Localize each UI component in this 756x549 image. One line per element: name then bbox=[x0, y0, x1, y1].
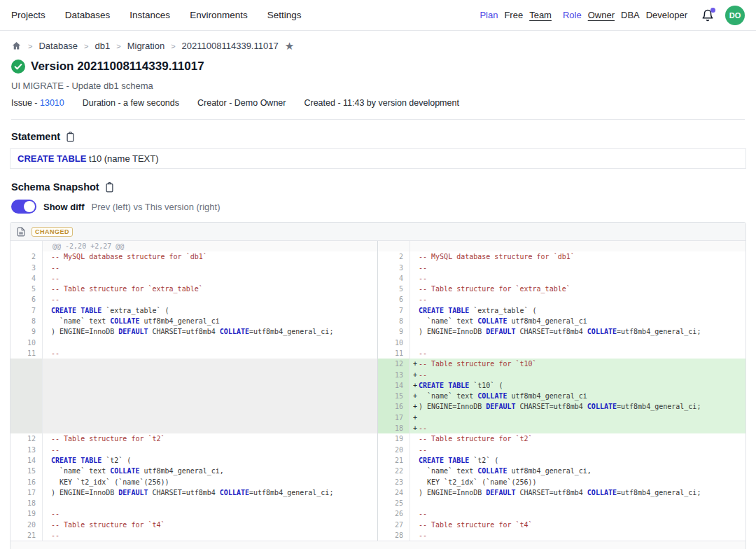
plan-team[interactable]: Team bbox=[529, 10, 552, 20]
diff-line-number bbox=[10, 391, 43, 401]
toggle-knob bbox=[24, 201, 35, 212]
diff-code-line bbox=[410, 498, 746, 508]
diff-code-line: -- Table structure for `t2` bbox=[43, 433, 378, 444]
diff-code-line: CREATE TABLE `extra_table` ( bbox=[43, 305, 378, 316]
role-developer[interactable]: Developer bbox=[646, 10, 687, 20]
diff-code-line: `name` text COLLATE utf8mb4_general_ci, bbox=[43, 466, 378, 476]
diff-code-line: -- bbox=[43, 530, 378, 541]
diff-line-number: 12 bbox=[10, 433, 43, 444]
meta-row: Issue - 13010 Duration - a few seconds C… bbox=[11, 98, 745, 108]
page-header: Version 20211008114339.11017 UI MIGRATE … bbox=[0, 60, 756, 120]
diff-line-number: 20 bbox=[378, 445, 410, 455]
star-icon[interactable]: ★ bbox=[285, 41, 294, 51]
diff-code-line bbox=[43, 380, 378, 391]
diff-code-line: -- Table structure for `t4` bbox=[410, 520, 746, 530]
diff-code-line bbox=[43, 401, 378, 412]
diff-code-line: +-- bbox=[410, 370, 746, 380]
diff-code-line: `name` text COLLATE utf8mb4_general_ci bbox=[410, 316, 746, 326]
diff-line-number: 14 bbox=[10, 455, 43, 466]
diff-code-line bbox=[43, 391, 378, 401]
diff-code-line bbox=[43, 338, 378, 348]
breadcrumb-db1[interactable]: db1 bbox=[95, 41, 111, 51]
breadcrumb-database[interactable]: Database bbox=[38, 41, 78, 51]
diff-line-number bbox=[378, 241, 410, 251]
diff-code-line: + bbox=[410, 412, 746, 423]
diff-code-line: +-- Table structure for `t10` bbox=[410, 359, 746, 369]
diff-code-line: -- MySQL database structure for `db1` bbox=[43, 251, 378, 262]
diff-code-line bbox=[43, 370, 378, 380]
diff-line-number: 21 bbox=[378, 455, 410, 466]
diff-code-line: `name` text COLLATE utf8mb4_general_ci, bbox=[410, 466, 746, 476]
diff-line-number bbox=[10, 370, 43, 380]
diff-line-number: 7 bbox=[10, 305, 43, 316]
diff-code-line: -- bbox=[43, 348, 378, 359]
diff-code-line: KEY `t2_idx` (`name`(256)) bbox=[43, 477, 378, 487]
chevron-right-icon: > bbox=[116, 42, 120, 50]
diff-line-number: 25 bbox=[378, 498, 410, 508]
file-icon bbox=[16, 227, 26, 237]
diff-line-number: 5 bbox=[10, 284, 43, 294]
show-diff-toggle[interactable] bbox=[11, 200, 36, 214]
copy-schema-button[interactable] bbox=[104, 182, 115, 193]
notifications-button[interactable] bbox=[701, 9, 714, 22]
diff-line-number: 28 bbox=[378, 530, 410, 541]
nav-settings[interactable]: Settings bbox=[267, 10, 302, 20]
diff-code-line: -- bbox=[410, 273, 746, 284]
breadcrumb-migration[interactable]: Migration bbox=[127, 41, 164, 51]
diff-code-line bbox=[43, 423, 378, 433]
diff-code-line: +-- bbox=[410, 423, 746, 433]
diff-line-number: 9 bbox=[378, 326, 410, 337]
role-switcher: Role Owner DBA Developer bbox=[563, 10, 687, 20]
diff-code-line: -- Table structure for `extra_table` bbox=[410, 284, 746, 294]
diff-line-number: 23 bbox=[378, 477, 410, 487]
diff-code-line: ) ENGINE=InnoDB DEFAULT CHARSET=utf8mb4 … bbox=[410, 487, 746, 498]
diff-code-line: CREATE TABLE `extra_table` ( bbox=[410, 305, 746, 316]
diff-code-line: ) ENGINE=InnoDB DEFAULT CHARSET=utf8mb4 … bbox=[410, 326, 746, 337]
diff-line-number: 4 bbox=[10, 273, 43, 284]
nav-projects[interactable]: Projects bbox=[11, 10, 46, 20]
diff-line-number: 27 bbox=[378, 520, 410, 530]
diff-code-line: -- Table structure for `t2` bbox=[410, 433, 746, 444]
nav-instances[interactable]: Instances bbox=[130, 10, 170, 20]
issue-link[interactable]: 13010 bbox=[40, 98, 64, 108]
diff-code-line: -- bbox=[43, 273, 378, 284]
nav-environments[interactable]: Environments bbox=[190, 10, 248, 20]
diff-line-number: 19 bbox=[10, 508, 43, 519]
diff-line-number: 17 bbox=[378, 412, 410, 423]
breadcrumb-version[interactable]: 20211008114339.11017 bbox=[182, 41, 279, 51]
nav-databases[interactable]: Databases bbox=[65, 10, 111, 20]
diff-line-number: 10 bbox=[10, 338, 43, 348]
diff-code-line: `name` text COLLATE utf8mb4_general_ci bbox=[43, 316, 378, 326]
role-owner[interactable]: Owner bbox=[588, 10, 615, 20]
diff-line-number: 5 bbox=[378, 284, 410, 294]
copy-statement-button[interactable] bbox=[65, 132, 76, 142]
breadcrumb: > Database > db1 > Migration > 202110081… bbox=[0, 31, 756, 51]
diff-code-line: -- bbox=[410, 263, 746, 273]
schema-diff-panel: CHANGED @@ -2,20 +2,27 @@2 -- MySQL data… bbox=[10, 222, 746, 549]
chevron-right-icon: > bbox=[171, 42, 175, 50]
diff-code-line: -- MySQL database structure for `db1` bbox=[410, 251, 746, 262]
success-check-icon bbox=[11, 60, 25, 74]
diff-line-number bbox=[10, 241, 43, 251]
diff-line-number: 11 bbox=[10, 348, 43, 359]
diff-line-number bbox=[10, 359, 43, 369]
diff-line-number: 12 bbox=[378, 359, 410, 369]
clipboard-icon bbox=[104, 182, 115, 193]
diff-line-number: 2 bbox=[378, 251, 410, 262]
home-icon[interactable] bbox=[11, 41, 22, 51]
statement-section-head: Statement bbox=[0, 120, 756, 142]
chevron-right-icon: > bbox=[84, 42, 88, 50]
role-dba[interactable]: DBA bbox=[621, 10, 640, 20]
show-diff-label: Show diff bbox=[43, 202, 85, 212]
schema-section-head: Schema Snapshot bbox=[0, 169, 756, 193]
diff-line-number: 17 bbox=[10, 487, 43, 498]
clipboard-icon bbox=[65, 132, 76, 142]
diff-code-line: -- bbox=[410, 348, 746, 359]
avatar[interactable]: DO bbox=[725, 6, 745, 25]
diff-code-line bbox=[410, 338, 746, 348]
statement-code: CREATE TABLE t10 (name TEXT) bbox=[10, 148, 746, 169]
plan-free[interactable]: Free bbox=[504, 10, 523, 20]
diff-line-number: 19 bbox=[378, 433, 410, 444]
diff-line-number bbox=[10, 401, 43, 412]
meta-duration: Duration - a few seconds bbox=[83, 98, 179, 108]
